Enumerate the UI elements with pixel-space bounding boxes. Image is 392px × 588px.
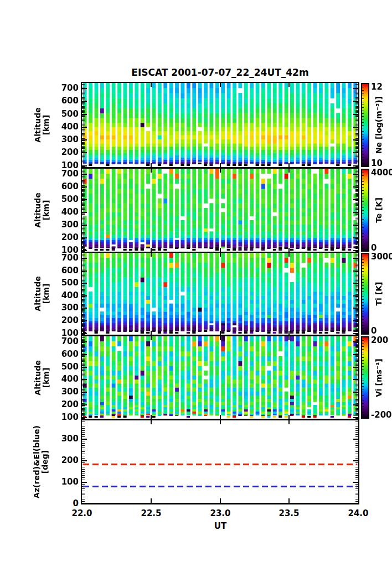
alt-tick-label: 300 (53, 303, 79, 313)
y-minor-tick (82, 241, 85, 242)
y-minor-tick (355, 377, 358, 377)
y-minor-tick (355, 309, 358, 310)
y-minor-tick (355, 314, 358, 315)
x-tick (288, 415, 290, 419)
y-minor-tick (353, 152, 358, 153)
x-tick (288, 163, 290, 167)
y-minor-tick (355, 162, 358, 162)
colorbar-tick (362, 107, 364, 108)
y-minor-tick (353, 379, 358, 380)
y-minor-tick (82, 248, 85, 249)
y-minor-tick (355, 213, 358, 214)
y-minor-tick (82, 93, 85, 94)
colorbar-max-label: 3000 (371, 252, 392, 262)
y-minor-tick (355, 143, 358, 144)
y-minor-tick (355, 296, 358, 297)
colorbar-tick (362, 105, 364, 105)
y-minor-tick (355, 323, 358, 324)
colorbar-tick (362, 181, 364, 182)
y-minor-tick (355, 128, 358, 128)
y-minor-tick (82, 204, 85, 205)
y-minor-tick (355, 384, 358, 384)
altitude-axis-title-line1: Altitude (34, 360, 42, 395)
y-minor-tick (82, 213, 85, 214)
y-minor-tick (82, 84, 85, 85)
colorbar-tick (362, 395, 364, 396)
y-minor-tick (355, 261, 358, 261)
y-minor-tick (82, 311, 85, 312)
y-minor-tick (355, 266, 358, 266)
y-minor-tick (355, 230, 358, 230)
y-minor-tick (82, 194, 85, 195)
y-minor-tick (82, 397, 85, 397)
y-minor-tick (355, 106, 358, 107)
y-minor-tick (355, 410, 358, 411)
colorbar-tick (362, 219, 364, 220)
y-minor-tick (355, 346, 358, 347)
y-minor-tick (355, 288, 358, 288)
y-minor-tick (355, 170, 358, 170)
colorbar-tick (362, 145, 364, 146)
y-minor-tick (82, 353, 85, 353)
y-minor-tick (355, 160, 358, 160)
y-minor-tick (355, 190, 358, 191)
y-minor-tick (82, 373, 85, 373)
y-minor-tick (82, 269, 85, 269)
y-minor-tick (355, 147, 358, 148)
y-minor-tick (82, 133, 85, 134)
y-minor-tick (355, 293, 358, 293)
y-minor-tick (355, 328, 358, 329)
deg-tick (82, 475, 85, 476)
y-minor-tick (355, 256, 358, 256)
colorbar-axis-title: Ti [K] (375, 282, 383, 306)
y-minor-tick (355, 236, 358, 236)
y-minor-tick (355, 112, 358, 113)
y-minor-tick (355, 374, 358, 374)
y-minor-tick (82, 257, 85, 257)
y-minor-tick (82, 333, 87, 334)
deg-tick (82, 501, 85, 502)
y-minor-tick (355, 120, 358, 121)
y-minor-tick (82, 165, 87, 166)
y-minor-tick (82, 374, 85, 374)
y-minor-tick (82, 86, 85, 86)
colorbar-tick (362, 98, 364, 99)
y-minor-tick (82, 407, 85, 407)
elevation-line (83, 486, 357, 487)
y-minor-tick (355, 350, 358, 351)
y-minor-tick (355, 102, 358, 103)
y-minor-tick (82, 246, 85, 247)
y-minor-tick (355, 400, 358, 401)
y-minor-tick (355, 233, 358, 234)
y-minor-tick (355, 325, 358, 326)
colorbar-tick (362, 403, 364, 404)
colorbar-tick (362, 400, 364, 401)
colorbar-tick (362, 369, 364, 370)
colorbar-tick (362, 383, 364, 384)
y-minor-tick (82, 164, 85, 164)
y-minor-tick (355, 134, 358, 135)
colorbar-tick (362, 374, 364, 375)
y-minor-tick (82, 301, 85, 302)
y-minor-tick (355, 154, 358, 154)
y-minor-tick (355, 110, 358, 111)
y-minor-tick (355, 91, 358, 91)
y-minor-tick (355, 405, 358, 406)
colorbar-tick (362, 184, 364, 185)
altitude-axis-title-line2: [km] (42, 107, 50, 142)
colorbar-tick (362, 331, 364, 331)
deg-tick (355, 480, 358, 480)
x-tick (151, 336, 152, 340)
y-minor-tick (82, 220, 85, 220)
y-minor-tick (355, 360, 358, 361)
y-minor-tick (82, 205, 85, 206)
altitude-axis-title-line1: Altitude (34, 276, 42, 311)
y-minor-tick (82, 389, 85, 390)
y-minor-tick (82, 266, 85, 266)
y-minor-tick (353, 320, 358, 321)
colorbar-axis-title: Ne [log(m⁻³)] (375, 96, 383, 154)
y-minor-tick (355, 115, 358, 116)
deg-tick (82, 422, 85, 422)
y-minor-tick (82, 415, 85, 416)
deg-tick (82, 497, 85, 497)
